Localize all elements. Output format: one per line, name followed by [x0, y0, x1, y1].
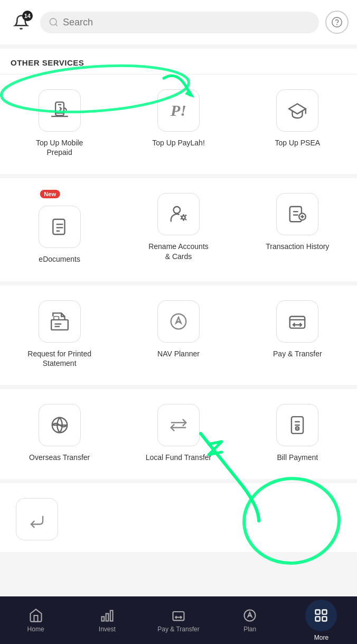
svg-rect-38 [106, 613, 108, 621]
top-up-mobile-prepaid-icon-box [39, 89, 81, 132]
top-up-paylah-label: Top Up PayLah! [152, 138, 205, 148]
svg-rect-8 [53, 219, 64, 235]
bill-payment-icon [287, 415, 307, 435]
svg-rect-40 [173, 612, 184, 620]
search-input[interactable] [63, 17, 311, 28]
edocuments-label: eDocuments [39, 254, 80, 264]
transfer-back-icon [27, 509, 47, 529]
nav-pay-transfer-label: Pay & Transfer [157, 625, 199, 633]
svg-marker-43 [248, 612, 252, 617]
service-bill-payment[interactable]: Bill Payment [238, 394, 357, 474]
nav-home[interactable]: Home [0, 604, 71, 637]
nav-pay-transfer[interactable]: Pay & Transfer [143, 604, 214, 637]
grid-icon [314, 608, 328, 623]
printed-statement-icon [50, 311, 70, 332]
partial-services-row [0, 479, 357, 552]
service-top-up-psea[interactable]: Top Up PSEA [238, 80, 357, 169]
notification-bell-button[interactable]: 14 [8, 10, 34, 35]
svg-rect-46 [316, 617, 320, 621]
nav-planner-icon [168, 311, 189, 332]
transaction-history-icon [287, 204, 307, 224]
edocuments-icon-box [39, 206, 81, 248]
home-icon [29, 608, 43, 623]
globe-icon [50, 415, 70, 435]
service-rename-accounts-cards[interactable]: Rename Accounts& Cards [119, 183, 238, 275]
service-local-fund-transfer[interactable]: Local Fund Transfer [119, 394, 238, 474]
svg-rect-39 [110, 610, 113, 621]
overseas-transfer-icon-box [39, 404, 81, 446]
mobile-prepaid-icon [50, 100, 70, 121]
pay-transfer-icon [287, 311, 307, 332]
pay-transfer-label: Pay & Transfer [273, 349, 322, 358]
svg-marker-25 [176, 317, 181, 323]
search-bar[interactable] [40, 12, 319, 33]
bottom-navigation: Home Invest Pay & Transfer Plan [0, 596, 357, 644]
service-partial-item[interactable] [0, 489, 74, 552]
nav-more[interactable]: More [286, 595, 357, 645]
nav-more-label: More [314, 634, 328, 641]
services-grid-row1: Top Up MobilePrepaid P! Top Up PayLah! T… [0, 75, 357, 174]
nav-planner-label: NAV Planner [157, 349, 200, 358]
local-transfer-icon [168, 415, 189, 435]
svg-rect-47 [323, 617, 327, 621]
service-overseas-transfer[interactable]: Overseas Transfer [0, 394, 119, 474]
invest-icon [100, 608, 115, 623]
svg-rect-44 [316, 610, 320, 614]
service-nav-planner[interactable]: NAV Planner [119, 291, 238, 380]
other-services-section-header: OTHER SERVICES [0, 49, 357, 75]
graduation-cap-icon [287, 100, 307, 121]
top-up-paylah-icon-box: P! [157, 89, 200, 132]
help-icon [331, 16, 343, 28]
printed-statement-label: Request for PrintedStatement [27, 349, 91, 368]
svg-point-1 [332, 17, 342, 27]
service-pay-transfer[interactable]: Pay & Transfer [238, 291, 357, 380]
services-grid-row2: New eDocuments Rename Acc [0, 174, 357, 281]
top-up-psea-label: Top Up PSEA [275, 138, 321, 148]
paylah-icon: P! [171, 102, 186, 119]
new-badge-edocuments: New [40, 190, 60, 198]
service-transaction-history[interactable]: Transaction History [238, 183, 357, 275]
transaction-history-icon-box [276, 193, 318, 235]
bill-payment-icon-box [276, 404, 318, 446]
svg-rect-20 [51, 319, 68, 329]
local-fund-transfer-icon-box [157, 404, 200, 446]
svg-rect-26 [290, 316, 305, 328]
services-grid-row3: Request for PrintedStatement NAV Planner [0, 281, 357, 385]
notification-badge: 14 [22, 11, 33, 21]
local-fund-transfer-label: Local Fund Transfer [146, 453, 212, 462]
nav-more-grid-btn [305, 600, 337, 631]
help-button[interactable] [325, 11, 349, 34]
rename-accounts-cards-label: Rename Accounts& Cards [148, 242, 209, 261]
service-top-up-mobile-prepaid[interactable]: Top Up MobilePrepaid [0, 80, 119, 169]
partial-icon-box [16, 498, 58, 540]
header: 14 [0, 0, 357, 44]
printed-statement-icon-box [39, 300, 81, 343]
svg-point-0 [50, 19, 57, 25]
section-title: OTHER SERVICES [11, 58, 84, 67]
overseas-transfer-label: Overseas Transfer [29, 453, 90, 462]
nav-planner-icon-box [157, 300, 200, 343]
person-settings-icon [168, 204, 189, 224]
nav-home-label: Home [27, 625, 44, 633]
plan-icon [242, 608, 257, 623]
service-request-printed-statement[interactable]: Request for PrintedStatement [0, 291, 119, 380]
document-icon [50, 217, 70, 237]
svg-rect-37 [101, 617, 104, 621]
svg-point-12 [173, 207, 180, 214]
top-up-mobile-prepaid-label: Top Up MobilePrepaid [36, 138, 83, 157]
svg-point-13 [182, 216, 185, 219]
nav-plan[interactable]: Plan [214, 604, 286, 637]
top-up-psea-icon-box [276, 89, 318, 132]
svg-rect-45 [323, 610, 327, 614]
search-icon [49, 17, 59, 27]
nav-invest[interactable]: Invest [71, 604, 143, 637]
pay-transfer-nav-icon [171, 608, 186, 623]
rename-accounts-icon-box [157, 193, 200, 235]
content-area: 14 OTHER SERVICES [0, 0, 357, 605]
service-top-up-paylah[interactable]: P! Top Up PayLah! [119, 80, 238, 169]
transaction-history-label: Transaction History [266, 242, 329, 251]
service-edocuments[interactable]: New eDocuments [0, 183, 119, 275]
pay-transfer-icon-box [276, 300, 318, 343]
services-grid-row4: Overseas Transfer Local Fund Transfer [0, 385, 357, 479]
nav-invest-label: Invest [99, 625, 116, 633]
